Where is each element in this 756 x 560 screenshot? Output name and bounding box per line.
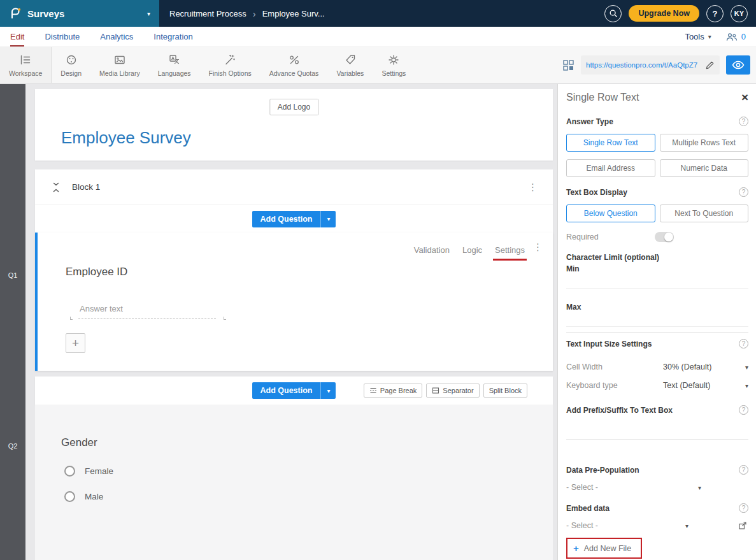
tab-analytics[interactable]: Analytics [100, 27, 133, 47]
avatar[interactable]: KY [731, 5, 748, 22]
tab-distribute[interactable]: Distribute [45, 27, 80, 47]
help-icon[interactable]: ? [739, 339, 748, 348]
chevron-down-icon[interactable]: ▾ [320, 382, 336, 399]
toolbar-item-advance-quotas[interactable]: Advance Quotas [260, 47, 328, 83]
tools-menu[interactable]: Tools ▾ [685, 32, 711, 41]
toolbar-item-finish-options[interactable]: Finish Options [200, 47, 260, 83]
add-question-button[interactable]: Add Question [252, 211, 321, 227]
option-numeric-data[interactable]: Numeric Data [660, 159, 749, 177]
help-icon[interactable]: ? [739, 503, 748, 513]
question-index-q1[interactable]: Q1 [0, 271, 25, 279]
panel-title: Single Row Text [566, 92, 639, 103]
help-icon[interactable]: ? [739, 187, 748, 197]
question-text[interactable]: Employee ID [66, 266, 127, 278]
option-single-row-text[interactable]: Single Row Text [566, 134, 655, 152]
edit-url-button[interactable] [705, 61, 715, 70]
separator-button[interactable]: Separator [426, 384, 479, 398]
chevron-down-icon[interactable]: ▾ [745, 364, 748, 371]
chevron-down-icon[interactable]: ▾ [745, 382, 748, 389]
breadcrumb-parent[interactable]: Recruitment Process [169, 9, 246, 18]
search-button[interactable] [604, 5, 622, 22]
help-icon[interactable]: ? [739, 465, 748, 475]
toolbar-item-workspace[interactable]: Workspace [0, 47, 52, 83]
toolbar-item-design[interactable]: Design [52, 47, 90, 83]
data-pre-population-section: Data Pre-Population ? [566, 465, 748, 475]
answer-type-options-row-1: Single Row Text Multiple Rows Text [566, 134, 748, 152]
block-title[interactable]: Block 1 [72, 182, 100, 192]
keyboard-type-value[interactable]: Text (Default) [663, 381, 745, 390]
question-text[interactable]: Gender [61, 436, 97, 449]
required-toggle[interactable] [655, 232, 674, 242]
questionpro-logo [9, 7, 22, 20]
collaborators[interactable]: 0 [725, 32, 746, 41]
max-input[interactable] [566, 313, 748, 327]
open-embed-data-button[interactable] [738, 521, 747, 530]
add-element-button[interactable]: + [66, 333, 85, 353]
preview-button[interactable] [726, 55, 750, 75]
toolbar-item-media-library[interactable]: Media Library [90, 47, 149, 83]
option-email-address[interactable]: Email Address [566, 159, 655, 177]
add-question-split-button[interactable]: Add Question ▾ [252, 382, 336, 399]
tools-label: Tools [685, 32, 704, 41]
radio-icon[interactable] [64, 466, 75, 477]
product-switcher[interactable]: Surveys ▾ [0, 0, 159, 27]
close-icon[interactable]: × [741, 91, 748, 103]
tab-edit[interactable]: Edit [10, 27, 24, 47]
radio-icon[interactable] [64, 491, 75, 502]
input-size-label: Text Input Size Settings [566, 340, 652, 348]
survey-title[interactable]: Employee Survey [61, 128, 191, 148]
prefix-suffix-label: Add Prefix/Suffix To Text Box [566, 406, 673, 415]
add-logo-button[interactable]: Add Logo [269, 99, 318, 115]
tab-logic[interactable]: Logic [462, 245, 482, 255]
min-input[interactable] [566, 275, 748, 289]
tab-integration[interactable]: Integration [153, 27, 192, 47]
nav-tabs: Edit Distribute Analytics Integration [10, 27, 193, 47]
collapse-block-icon[interactable] [52, 182, 61, 192]
min-label: Min [566, 264, 580, 273]
page-break-button[interactable]: Page Break [364, 384, 422, 398]
cell-width-value[interactable]: 30% (Default) [663, 363, 745, 371]
qr-grid-button[interactable] [562, 59, 574, 71]
toolbar-item-languages[interactable]: Languages [149, 47, 200, 83]
pencil-icon [705, 61, 715, 70]
magic-wand-icon [224, 54, 236, 66]
chevron-down-icon[interactable]: ▾ [320, 211, 336, 227]
answer-text-input[interactable]: Answer text [78, 304, 216, 319]
help-icon[interactable]: ? [739, 405, 748, 415]
upgrade-now-button[interactable]: Upgrade Now [629, 5, 699, 22]
toggle-knob [664, 233, 673, 241]
help-icon[interactable]: ? [739, 117, 748, 126]
chevron-down-icon: ▾ [708, 33, 711, 40]
pre-population-select[interactable]: - Select - ▾ [566, 483, 701, 492]
block-menu-icon[interactable]: ⋮ [528, 182, 538, 193]
toolbar-item-label: Settings [382, 69, 406, 77]
answer-option-female[interactable]: Female [64, 466, 113, 477]
answer-type-label: Answer Type [566, 117, 613, 126]
help-button[interactable]: ? [706, 5, 724, 22]
editor-toolbar: Workspace Design Media Library [0, 47, 756, 83]
toolbar-item-variables[interactable]: Variables [327, 47, 373, 83]
tab-validation[interactable]: Validation [414, 245, 450, 255]
embed-data-select[interactable]: - Select - ▾ [566, 521, 688, 530]
min-row: Min [566, 262, 748, 274]
toolbar-item-settings[interactable]: Settings [373, 47, 415, 83]
option-multiple-rows-text[interactable]: Multiple Rows Text [660, 134, 749, 152]
cell-width-row: Cell Width 30% (Default) ▾ [566, 363, 748, 371]
answer-option-male[interactable]: Male [64, 491, 103, 502]
option-next-to-question[interactable]: Next To Question [660, 205, 749, 222]
translate-icon [168, 54, 181, 66]
split-block-button[interactable]: Split Block [483, 384, 527, 398]
tab-settings-active[interactable]: Settings [495, 245, 525, 255]
add-question-split-button[interactable]: Add Question ▾ [252, 211, 336, 227]
embed-data-label: Embed data [566, 504, 610, 513]
answer-placeholder: Answer text [80, 304, 123, 313]
question-menu-icon[interactable]: ⋮ [533, 241, 543, 253]
question-index-q2[interactable]: Q2 [0, 442, 25, 450]
option-below-question[interactable]: Below Question [566, 205, 655, 222]
question-header-tabs: Validation Logic Settings [414, 245, 525, 255]
add-new-file-button[interactable]: + Add New File [566, 538, 642, 559]
survey-url-field[interactable]: https://questionpro.com/t/AaQtpZ7 [581, 55, 720, 75]
survey-url[interactable]: https://questionpro.com/t/AaQtpZ7 [586, 61, 701, 69]
add-question-button[interactable]: Add Question [252, 382, 321, 399]
gear-icon [387, 54, 400, 66]
